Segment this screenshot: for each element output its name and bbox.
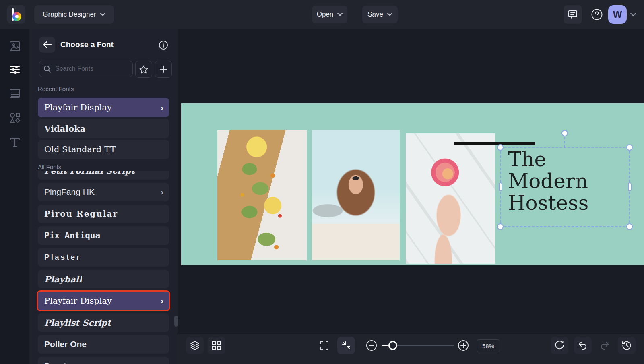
comment-icon xyxy=(568,9,578,20)
resize-handle-mid-right[interactable] xyxy=(628,182,632,191)
font-item-playfair-display[interactable]: Playfair Display › xyxy=(38,292,169,310)
resize-handle-mid-left[interactable] xyxy=(499,182,502,191)
fit-to-screen-button[interactable] xyxy=(337,337,355,354)
sidebar-item-images[interactable] xyxy=(0,36,29,57)
all-fonts-label: All Fonts xyxy=(38,163,61,170)
recent-fonts-label: Recent Fonts xyxy=(38,85,74,92)
chevron-right-icon: › xyxy=(161,188,163,197)
font-item-label: Playfair Display xyxy=(44,103,112,112)
reset-button[interactable] xyxy=(551,337,568,354)
history-button[interactable] xyxy=(618,337,636,354)
arrow-left-icon xyxy=(43,41,52,48)
resize-handle-bottom-left[interactable] xyxy=(497,223,504,230)
resize-handle-top-left[interactable] xyxy=(497,144,504,151)
sidebar-item-text[interactable] xyxy=(0,132,29,153)
info-button[interactable] xyxy=(159,40,168,50)
logo-color-wheel-icon xyxy=(12,12,21,21)
resize-handle-top-right[interactable] xyxy=(626,144,633,151)
app-menu-label: Graphic Designer xyxy=(43,10,96,19)
app-root: Graphic Designer Open Save W xyxy=(0,0,644,364)
save-label: Save xyxy=(367,10,383,19)
font-item-label: Vidaloka xyxy=(44,124,85,134)
add-font-button[interactable] xyxy=(155,61,172,78)
all-fonts-list: Petit Formal Script › PingFang HK › Piro… xyxy=(38,171,169,364)
font-item-petit-formal-script[interactable]: Petit Formal Script › xyxy=(38,171,169,180)
undo-icon xyxy=(578,340,588,351)
feedback-button[interactable] xyxy=(564,5,582,24)
font-item-label: Poppins xyxy=(44,361,75,364)
layout-icon xyxy=(9,87,21,99)
question-circle-icon xyxy=(591,8,603,21)
save-button[interactable]: Save xyxy=(362,6,398,23)
avocado-toast-flatlay-photo[interactable] xyxy=(217,130,307,260)
info-circle-icon xyxy=(159,40,168,50)
fit-to-screen-icon xyxy=(341,341,351,350)
font-item-poppins[interactable]: Poppins › xyxy=(38,357,169,364)
smiling-woman-sunglasses-photo[interactable] xyxy=(312,130,400,260)
zoom-percentage[interactable]: 58% xyxy=(477,339,500,352)
back-button[interactable] xyxy=(39,37,55,53)
font-item-old-standard-tt[interactable]: Old Standard TT › xyxy=(38,140,169,159)
chevron-down-icon xyxy=(387,13,392,16)
selection-bounding-box[interactable] xyxy=(500,147,630,227)
zoom-out-button[interactable] xyxy=(363,337,380,354)
black-line-element[interactable] xyxy=(454,142,535,145)
sidebar-item-templates[interactable] xyxy=(0,83,29,104)
minus-circle-icon xyxy=(365,339,378,352)
app-menu-button[interactable]: Graphic Designer xyxy=(34,5,114,24)
image-icon xyxy=(9,40,21,52)
open-button[interactable]: Open xyxy=(312,6,347,23)
undo-button[interactable] xyxy=(574,337,592,354)
font-item-pix-antiqua[interactable]: Pix Antiqua › xyxy=(38,226,169,245)
font-item-playfair-display[interactable]: Playfair Display › xyxy=(38,98,169,117)
resize-handle-bottom-right[interactable] xyxy=(626,223,633,230)
font-item-label: Old Standard TT xyxy=(44,145,116,154)
star-icon xyxy=(139,65,148,74)
font-item-label: Poller One xyxy=(44,339,87,349)
font-item-playlist-script[interactable]: Playlist Script › xyxy=(38,313,169,332)
plus-circle-icon xyxy=(457,339,469,352)
grid-icon xyxy=(212,341,221,350)
scrollbar-thumb[interactable] xyxy=(174,316,178,327)
font-item-plaster[interactable]: Plaster › xyxy=(38,248,169,267)
design-artboard[interactable]: The Modern Hostess xyxy=(181,103,644,265)
user-avatar[interactable]: W xyxy=(608,5,627,24)
rotation-handle[interactable] xyxy=(561,130,568,136)
layers-icon xyxy=(190,340,200,351)
favorites-button[interactable] xyxy=(135,61,152,78)
left-tool-rail xyxy=(0,29,29,364)
font-item-playball[interactable]: Playball › xyxy=(38,270,169,288)
font-item-label: PingFang HK xyxy=(44,187,95,197)
font-item-label: Pix Antiqua xyxy=(44,231,100,240)
font-item-pirou-regular[interactable]: Pirou Regular › xyxy=(38,205,169,223)
top-bar: Graphic Designer Open Save W xyxy=(0,0,644,29)
chevron-right-icon: › xyxy=(161,362,163,364)
canvas-workspace[interactable]: The Modern Hostess xyxy=(178,29,644,364)
shapes-icon xyxy=(9,112,21,124)
account-chevron-down-icon[interactable] xyxy=(630,13,636,17)
chevron-down-icon xyxy=(100,13,105,16)
font-item-poller-one[interactable]: Poller One › xyxy=(38,335,169,354)
layers-button[interactable] xyxy=(186,337,204,354)
search-input[interactable] xyxy=(54,65,128,73)
fullscreen-button[interactable] xyxy=(316,337,333,354)
befunky-logo[interactable] xyxy=(7,5,25,24)
hand-holding-pink-drink-photo[interactable] xyxy=(406,133,495,264)
font-item-pingfang-hk[interactable]: PingFang HK › xyxy=(38,183,169,201)
help-button[interactable] xyxy=(588,5,606,24)
pages-grid-button[interactable] xyxy=(208,337,225,354)
rotation-handle-stem xyxy=(564,137,565,147)
sidebar-item-graphics[interactable] xyxy=(0,108,29,128)
avatar-initial: W xyxy=(613,9,622,20)
font-item-vidaloka[interactable]: Vidaloka › xyxy=(38,119,169,138)
font-search xyxy=(39,61,133,77)
all-fonts-viewport: Petit Formal Script › PingFang HK › Piro… xyxy=(29,171,178,364)
recent-fonts-list: Playfair Display › Vidaloka › Old Standa… xyxy=(38,98,169,159)
zoom-slider-knob[interactable] xyxy=(388,341,397,350)
redo-button[interactable] xyxy=(596,337,613,354)
sidebar-item-edit[interactable] xyxy=(0,59,29,80)
zoom-in-button[interactable] xyxy=(454,337,472,354)
bottom-toolbar: 58% xyxy=(178,334,644,364)
adjust-sliders-icon xyxy=(9,64,21,76)
history-clock-icon xyxy=(621,340,632,351)
